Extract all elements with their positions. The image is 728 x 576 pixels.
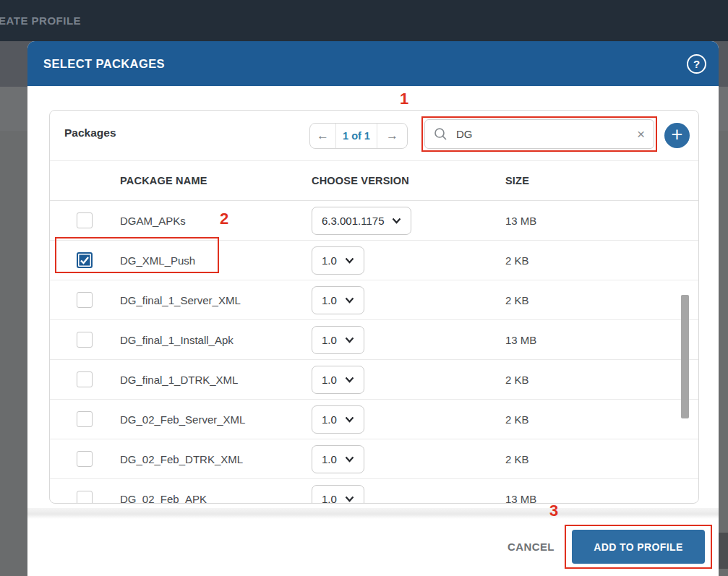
package-checkbox[interactable] bbox=[77, 212, 93, 228]
page-title: EATE PROFILE bbox=[0, 14, 81, 27]
version-select-value: 1.0 bbox=[322, 294, 337, 306]
search-annotation-box: × bbox=[421, 116, 657, 152]
pagination: ← 1 of 1 → bbox=[309, 123, 408, 149]
cancel-button[interactable]: CANCEL bbox=[505, 538, 557, 556]
version-select-value: 1.0 bbox=[322, 334, 337, 346]
version-select[interactable]: 1.0 bbox=[312, 405, 364, 434]
package-checkbox[interactable] bbox=[77, 371, 93, 387]
page-scrollbar-thumb[interactable] bbox=[719, 533, 728, 569]
version-select[interactable]: 1.0 bbox=[312, 485, 364, 504]
version-select[interactable]: 1.0 bbox=[312, 246, 364, 275]
table-row: DG_02_Feb_Server_XML 1.0 2 KB bbox=[50, 400, 698, 439]
chevron-down-icon bbox=[392, 218, 401, 224]
clear-search-icon[interactable]: × bbox=[637, 127, 645, 141]
dialog-header: SELECT PACKAGES ? bbox=[27, 41, 719, 86]
panel-title: Packages bbox=[64, 126, 116, 139]
table-row: DG_02_Feb_DTRK_XML 1.0 2 KB bbox=[50, 439, 698, 479]
package-name: DG_XML_Push bbox=[120, 254, 312, 267]
chevron-down-icon bbox=[345, 416, 354, 423]
package-size: 2 KB bbox=[505, 453, 698, 465]
table-row: DG_final_1_DTRK_XML 1.0 2 KB bbox=[50, 360, 698, 400]
table-header-row: PACKAGE NAME CHOOSE VERSION SIZE bbox=[50, 161, 698, 201]
arrow-right-icon: → bbox=[386, 129, 398, 143]
package-name: DG_02_Feb_APK bbox=[120, 493, 312, 504]
table-row: DG_final_1_Install_Apk 1.0 13 MB bbox=[50, 320, 698, 360]
version-select[interactable]: 6.3.001.1175 bbox=[312, 207, 411, 235]
version-select-value: 1.0 bbox=[322, 493, 337, 504]
version-select-value: 1.0 bbox=[322, 413, 337, 426]
version-select-value: 1.0 bbox=[322, 374, 337, 386]
help-icon[interactable]: ? bbox=[687, 54, 706, 74]
search-icon bbox=[434, 127, 447, 141]
package-size: 13 MB bbox=[505, 334, 698, 346]
version-select[interactable]: 1.0 bbox=[312, 326, 364, 354]
table-row: DG_final_1_Server_XML 1.0 2 KB bbox=[50, 280, 698, 320]
annotation-step-3: 3 bbox=[549, 502, 558, 520]
package-size: 2 KB bbox=[505, 294, 698, 306]
version-select[interactable]: 1.0 bbox=[312, 445, 364, 473]
chevron-down-icon bbox=[345, 456, 354, 463]
package-checkbox[interactable] bbox=[77, 451, 93, 467]
version-select[interactable]: 1.0 bbox=[312, 286, 364, 314]
dialog-title: SELECT PACKAGES bbox=[43, 57, 687, 71]
package-checkbox[interactable] bbox=[77, 332, 93, 348]
packages-panel: Packages ← 1 of 1 → × bbox=[49, 110, 699, 504]
package-name: DG_final_1_DTRK_XML bbox=[120, 374, 312, 386]
add-to-profile-button[interactable]: ADD TO PROFILE bbox=[572, 530, 705, 564]
footer-divider bbox=[27, 508, 719, 519]
packages-panel-header: Packages ← 1 of 1 → × bbox=[50, 111, 698, 161]
column-header-package-name: PACKAGE NAME bbox=[120, 175, 312, 186]
package-name: DG_02_Feb_Server_XML bbox=[120, 413, 312, 426]
chevron-down-icon bbox=[345, 257, 354, 264]
table-row: DG_XML_Push 1.0 2 KB bbox=[50, 241, 698, 280]
package-checkbox[interactable] bbox=[77, 292, 93, 308]
version-select-value: 6.3.001.1175 bbox=[322, 215, 384, 227]
add-package-button[interactable]: + bbox=[664, 123, 690, 148]
version-select-value: 1.0 bbox=[322, 453, 337, 465]
chevron-down-icon bbox=[345, 496, 354, 502]
package-name: DG_02_Feb_DTRK_XML bbox=[120, 453, 312, 465]
add-to-profile-annotation-box: ADD TO PROFILE bbox=[565, 525, 712, 569]
table-row: DGAM_APKs 6.3.001.1175 13 MB bbox=[50, 201, 698, 241]
search-input[interactable] bbox=[456, 128, 637, 140]
next-page-button[interactable]: → bbox=[377, 124, 407, 148]
package-name: DG_final_1_Install_Apk bbox=[120, 334, 312, 346]
package-size: 2 KB bbox=[505, 374, 698, 386]
prev-page-button[interactable]: ← bbox=[310, 124, 336, 148]
checkmark-icon bbox=[79, 254, 90, 266]
chevron-down-icon bbox=[345, 297, 354, 304]
annotation-step-2: 2 bbox=[220, 210, 228, 228]
table-row: DG_02_Feb_APK 1.0 13 MB bbox=[50, 479, 698, 504]
table-body: DGAM_APKs 6.3.001.1175 13 MB DG_XML_Push… bbox=[50, 201, 698, 504]
table-scrollbar-thumb[interactable] bbox=[681, 295, 689, 418]
package-checkbox[interactable] bbox=[77, 491, 93, 504]
page-indicator: 1 of 1 bbox=[336, 124, 377, 148]
chevron-down-icon bbox=[345, 377, 354, 383]
annotation-step-1: 1 bbox=[400, 90, 408, 108]
version-select-value: 1.0 bbox=[322, 254, 337, 267]
package-checkbox[interactable] bbox=[77, 252, 93, 268]
column-header-choose-version: CHOOSE VERSION bbox=[312, 175, 505, 186]
package-size: 13 MB bbox=[505, 493, 698, 504]
package-checkbox[interactable] bbox=[77, 411, 93, 427]
search-field[interactable]: × bbox=[424, 119, 654, 149]
topbar: EATE PROFILE bbox=[0, 0, 728, 41]
version-select[interactable]: 1.0 bbox=[312, 366, 364, 394]
package-name: DG_final_1_Server_XML bbox=[120, 294, 312, 306]
package-size: 2 KB bbox=[505, 254, 698, 267]
package-size: 13 MB bbox=[505, 215, 698, 227]
package-name: DGAM_APKs bbox=[120, 215, 312, 227]
column-header-size: SIZE bbox=[505, 175, 698, 186]
arrow-left-icon: ← bbox=[317, 129, 329, 143]
plus-icon: + bbox=[672, 124, 683, 146]
chevron-down-icon bbox=[345, 337, 354, 343]
select-packages-dialog: SELECT PACKAGES ? Packages ← 1 of 1 → bbox=[27, 41, 719, 576]
package-size: 2 KB bbox=[505, 413, 698, 426]
